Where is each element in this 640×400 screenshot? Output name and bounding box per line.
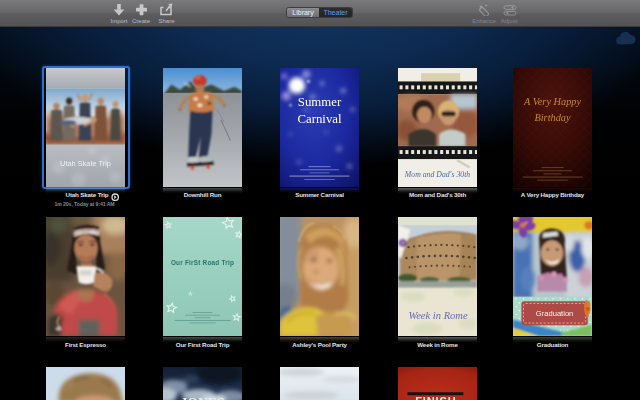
- svg-text:Graduation: Graduation: [536, 309, 573, 318]
- svg-text:A Very Happy: A Very Happy: [523, 96, 582, 107]
- svg-text:FINISH: FINISH: [415, 395, 456, 400]
- svg-text:Utah Skate Trip: Utah Skate Trip: [60, 159, 111, 168]
- svg-text:Birthday: Birthday: [534, 112, 571, 123]
- svg-text:Mom and Dad's 30th: Mom and Dad's 30th: [404, 170, 471, 179]
- svg-text:JONES: JONES: [180, 396, 225, 400]
- svg-text:Week in Rome: Week in Rome: [408, 310, 468, 321]
- svg-text:Summer: Summer: [298, 95, 342, 109]
- svg-text:Our FirSt Road Trip: Our FirSt Road Trip: [171, 259, 234, 267]
- svg-text:Carnival: Carnival: [297, 112, 342, 126]
